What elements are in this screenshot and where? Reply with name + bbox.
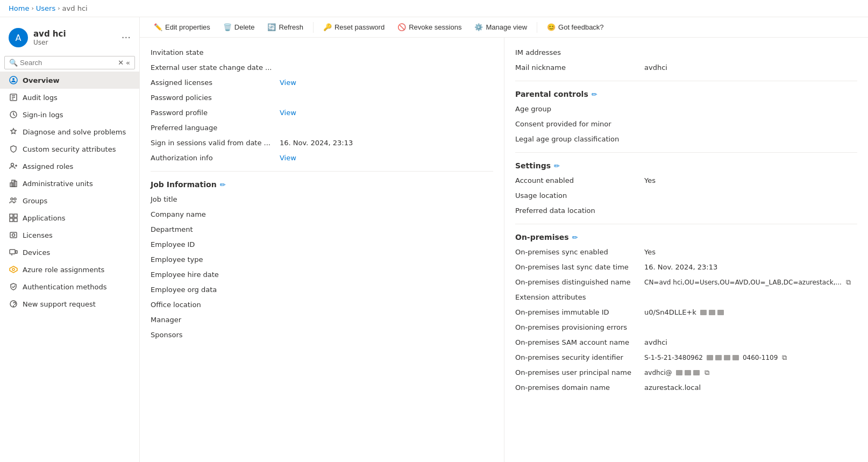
prop-office-location: Office location bbox=[151, 298, 493, 314]
refresh-button[interactable]: 🔄 Refresh bbox=[262, 20, 309, 34]
usage-location-label: Usage location bbox=[515, 191, 644, 200]
nav-support[interactable]: New support request bbox=[0, 295, 139, 312]
feedback-button[interactable]: 😊 Got feedback? bbox=[542, 20, 609, 34]
parental-separator bbox=[515, 81, 857, 81]
breadcrumb-users[interactable]: Users bbox=[36, 4, 55, 12]
nav-devices[interactable]: Devices bbox=[0, 244, 139, 261]
breadcrumb-current: avd hci bbox=[62, 4, 88, 12]
nav-auth-methods[interactable]: Authentication methods bbox=[0, 278, 139, 295]
onprem-header: On-premises ✏ bbox=[515, 233, 857, 241]
prop-assigned-licenses: Assigned licenses View bbox=[151, 76, 493, 91]
breadcrumb-home[interactable]: Home bbox=[9, 4, 29, 12]
admin-units-label: Administrative units bbox=[23, 180, 93, 188]
svg-rect-16 bbox=[14, 214, 17, 217]
svg-point-29 bbox=[13, 306, 14, 307]
edit-icon: ✏️ bbox=[154, 23, 162, 31]
revoke-sessions-icon: 🚫 bbox=[397, 23, 406, 31]
prop-im-addresses: IM addresses bbox=[515, 46, 857, 61]
nav-diagnose[interactable]: Diagnose and solve problems bbox=[0, 123, 139, 140]
prop-company-name: Company name bbox=[151, 208, 493, 223]
feedback-icon: 😊 bbox=[547, 23, 556, 31]
prop-legal-age: Legal age group classification bbox=[515, 133, 857, 148]
settings-edit-icon[interactable]: ✏ bbox=[554, 162, 560, 170]
nav-admin-units[interactable]: Administrative units bbox=[0, 175, 139, 192]
onprem-upn-copy-button[interactable]: ⧉ bbox=[703, 368, 710, 377]
search-box[interactable]: 🔍 ✕ « bbox=[4, 56, 135, 69]
nav-azure-roles[interactable]: Azure role assignments bbox=[0, 261, 139, 278]
employee-id-label: Employee ID bbox=[151, 240, 280, 248]
onprem-dn-copy-button[interactable]: ⧉ bbox=[845, 278, 852, 287]
nav-licenses[interactable]: Licenses bbox=[0, 226, 139, 244]
user-header: A avd hci User ··· bbox=[0, 22, 139, 54]
onprem-upn-value: avdhci@ ⧉ bbox=[644, 368, 857, 377]
svg-rect-19 bbox=[10, 232, 17, 238]
office-location-label: Office location bbox=[151, 301, 280, 309]
sign-in-logs-icon bbox=[9, 110, 18, 119]
reset-password-button[interactable]: 🔑 Reset password bbox=[318, 20, 390, 34]
support-icon bbox=[9, 299, 18, 309]
prop-onprem-sid: On-premises security identifier S-1-5-21… bbox=[515, 351, 857, 366]
prop-onprem-last-sync: On-premises last sync date time 16. Nov.… bbox=[515, 261, 857, 276]
delete-button[interactable]: 🗑️ Delete bbox=[218, 20, 260, 34]
consent-minor-label: Consent provided for minor bbox=[515, 120, 644, 128]
nav-overview[interactable]: Overview bbox=[0, 72, 139, 89]
company-name-label: Company name bbox=[151, 210, 280, 218]
licenses-label: Licenses bbox=[23, 231, 53, 239]
nav-assigned-roles[interactable]: Assigned roles bbox=[0, 158, 139, 175]
refresh-label: Refresh bbox=[279, 23, 303, 31]
nav-sign-in-logs[interactable]: Sign-in logs bbox=[0, 106, 139, 123]
delete-icon: 🗑️ bbox=[223, 23, 232, 31]
reset-password-icon: 🔑 bbox=[323, 23, 332, 31]
assigned-roles-icon bbox=[9, 161, 18, 171]
job-info-edit-icon[interactable]: ✏ bbox=[220, 181, 226, 189]
prop-sign-in-sessions: Sign in sessions valid from date ... 16.… bbox=[151, 137, 493, 152]
svg-rect-18 bbox=[14, 218, 17, 222]
onprem-sid-copy-button[interactable]: ⧉ bbox=[781, 353, 788, 362]
onprem-sync-value: Yes bbox=[644, 248, 857, 256]
applications-icon bbox=[9, 213, 18, 223]
auth-methods-label: Authentication methods bbox=[23, 283, 107, 291]
user-more-button[interactable]: ··· bbox=[122, 33, 131, 42]
revoke-sessions-button[interactable]: 🚫 Revoke sessions bbox=[392, 20, 467, 34]
nav-audit-logs[interactable]: Audit logs bbox=[0, 89, 139, 106]
user-name: avd hci bbox=[33, 29, 116, 39]
breadcrumb: Home › Users › avd hci bbox=[0, 0, 868, 17]
overview-icon bbox=[9, 75, 18, 85]
password-profile-link[interactable]: View bbox=[280, 109, 296, 117]
prop-onprem-sync: On-premises sync enabled Yes bbox=[515, 246, 857, 261]
svg-point-25 bbox=[12, 268, 15, 271]
prop-usage-location: Usage location bbox=[515, 189, 857, 204]
nav-groups[interactable]: Groups bbox=[0, 192, 139, 209]
svg-point-7 bbox=[11, 164, 14, 166]
sponsors-label: Sponsors bbox=[151, 331, 280, 339]
assigned-licenses-link[interactable]: View bbox=[280, 79, 296, 87]
sid-masked bbox=[706, 355, 739, 360]
manager-label: Manager bbox=[151, 316, 280, 324]
revoke-sessions-label: Revoke sessions bbox=[409, 23, 461, 31]
job-separator bbox=[151, 171, 493, 172]
edit-properties-button[interactable]: ✏️ Edit properties bbox=[148, 20, 216, 34]
auth-info-value: View bbox=[280, 154, 493, 162]
parental-edit-icon[interactable]: ✏ bbox=[592, 90, 597, 98]
nav-applications[interactable]: Applications bbox=[0, 209, 139, 226]
manage-view-button[interactable]: ⚙️ Manage view bbox=[469, 20, 532, 34]
clear-search-icon[interactable]: ✕ bbox=[118, 59, 124, 67]
svg-point-20 bbox=[12, 234, 15, 237]
prop-sponsors: Sponsors bbox=[151, 329, 493, 344]
manage-view-label: Manage view bbox=[486, 23, 527, 31]
onprem-edit-icon[interactable]: ✏ bbox=[572, 233, 578, 241]
search-input[interactable] bbox=[20, 59, 118, 67]
password-profile-value: View bbox=[280, 109, 493, 117]
collapse-search-icon[interactable]: « bbox=[126, 59, 130, 67]
auth-methods-icon bbox=[9, 282, 18, 292]
onprem-upn-text: avdhci@ bbox=[644, 369, 672, 376]
immutable-id-masked bbox=[700, 310, 724, 315]
nav-custom-security[interactable]: Custom security attributes bbox=[0, 140, 139, 158]
edit-properties-label: Edit properties bbox=[165, 23, 210, 31]
onprem-prov-errors-label: On-premises provisioning errors bbox=[515, 323, 644, 331]
diagnose-label: Diagnose and solve problems bbox=[23, 128, 126, 136]
onprem-title: On-premises bbox=[515, 233, 569, 241]
upn-masked bbox=[675, 370, 700, 375]
onprem-immutable-id-label: On-premises immutable ID bbox=[515, 308, 644, 316]
auth-info-link[interactable]: View bbox=[280, 154, 296, 162]
